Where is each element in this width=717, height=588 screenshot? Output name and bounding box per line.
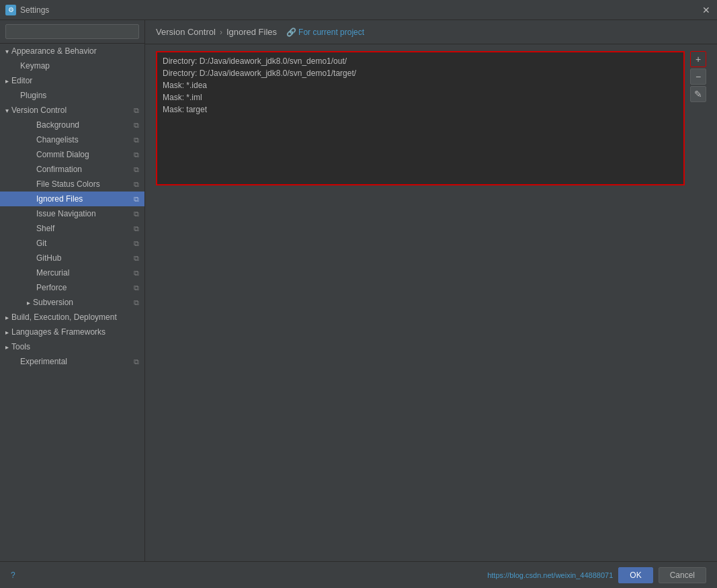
copy-icon-perforce[interactable]: ⧉ <box>134 284 139 292</box>
expand-arrow-appearance-behavior[interactable]: ▾ <box>5 48 9 55</box>
search-box <box>0 20 144 44</box>
sidebar-item-label-experimental: Experimental <box>20 357 67 366</box>
question-mark-icon: ? <box>11 571 15 580</box>
content-actions: + − ✎ <box>690 51 706 554</box>
main-layout: ▾Appearance & BehaviorKeymap▸EditorPlugi… <box>0 20 717 561</box>
copy-icon-background[interactable]: ⧉ <box>134 121 139 130</box>
expand-arrow-subversion[interactable]: ▸ <box>27 299 30 306</box>
ignored-file-item[interactable]: Directory: D:/Java/ideawork_jdk8.0/svn_d… <box>160 55 681 67</box>
sidebar-item-label-keymap: Keymap <box>20 61 50 71</box>
ignored-file-item[interactable]: Mask: *.idea <box>160 79 681 91</box>
sidebar-item-git[interactable]: Git⧉ <box>0 236 144 251</box>
sidebar-item-languages-frameworks[interactable]: ▸Languages & Frameworks <box>0 325 144 339</box>
window-title: Settings <box>20 5 701 15</box>
content-body: Directory: D:/Java/ideawork_jdk8.0/svn_d… <box>145 44 717 561</box>
cancel-button[interactable]: Cancel <box>659 567 706 583</box>
copy-icon-changelists[interactable]: ⧉ <box>134 136 139 144</box>
sidebar-item-github[interactable]: GitHub⧉ <box>0 251 144 265</box>
ignored-files-list[interactable]: Directory: D:/Java/ideawork_jdk8.0/svn_d… <box>156 51 685 185</box>
sidebar: ▾Appearance & BehaviorKeymap▸EditorPlugi… <box>0 20 145 561</box>
close-button[interactable]: ✕ <box>701 5 712 15</box>
sidebar-item-label-background: Background <box>36 120 79 130</box>
sidebar-item-ignored-files[interactable]: Ignored Files⧉ <box>0 192 144 206</box>
sidebar-item-label-shelf: Shelf <box>36 224 54 233</box>
sidebar-item-label-github: GitHub <box>36 253 61 263</box>
sidebar-item-label-subversion: Subversion <box>33 298 73 307</box>
sidebar-item-shelf[interactable]: Shelf⧉ <box>0 221 144 236</box>
sidebar-item-issue-navigation[interactable]: Issue Navigation⧉ <box>0 206 144 221</box>
sidebar-item-label-perforce: Perforce <box>36 283 67 292</box>
breadcrumb-parent: Version Control <box>156 27 216 37</box>
sidebar-item-mercurial[interactable]: Mercurial⧉ <box>0 265 144 280</box>
sidebar-item-label-ignored-files: Ignored Files <box>36 194 83 204</box>
footer: ? https://blog.csdn.net/weixin_44888071 … <box>0 561 717 588</box>
title-bar: ⚙ Settings ✕ <box>0 0 717 20</box>
sidebar-item-label-file-status-colors: File Status Colors <box>36 179 100 189</box>
sidebar-item-label-confirmation: Confirmation <box>36 165 82 174</box>
content-header: Version Control › Ignored Files 🔗For cur… <box>145 20 717 44</box>
for-current-project-link[interactable]: 🔗For current project <box>286 28 364 37</box>
sidebar-item-label-plugins: Plugins <box>20 91 46 100</box>
sidebar-item-label-build-execution-deployment: Build, Execution, Deployment <box>11 312 117 322</box>
sidebar-item-experimental[interactable]: Experimental⧉ <box>0 354 144 369</box>
sidebar-item-tools[interactable]: ▸Tools <box>0 339 144 354</box>
add-button[interactable]: + <box>690 51 706 67</box>
expand-arrow-tools[interactable]: ▸ <box>5 343 9 351</box>
copy-icon-shelf[interactable]: ⧉ <box>134 224 139 233</box>
sidebar-item-version-control[interactable]: ▾Version Control⧉ <box>0 103 144 118</box>
sidebar-item-label-issue-navigation: Issue Navigation <box>36 209 96 218</box>
edit-button[interactable]: ✎ <box>690 86 706 102</box>
sidebar-items-container: ▾Appearance & BehaviorKeymap▸EditorPlugi… <box>0 44 144 369</box>
copy-icon-version-control[interactable]: ⧉ <box>134 106 139 115</box>
expand-arrow-build-execution-deployment[interactable]: ▸ <box>5 314 9 321</box>
sidebar-item-background[interactable]: Background⧉ <box>0 118 144 132</box>
breadcrumb-current: Ignored Files <box>226 27 277 37</box>
app-icon: ⚙ <box>5 5 16 15</box>
copy-icon-issue-navigation[interactable]: ⧉ <box>134 210 139 218</box>
breadcrumb-arrow: › <box>220 28 222 37</box>
remove-button[interactable]: − <box>690 69 706 85</box>
sidebar-item-label-editor: Editor <box>11 76 32 85</box>
copy-icon-github[interactable]: ⧉ <box>134 254 139 263</box>
ignored-file-item[interactable]: Mask: target <box>160 103 681 116</box>
search-input[interactable] <box>5 24 139 39</box>
content-area: Version Control › Ignored Files 🔗For cur… <box>145 20 717 561</box>
expand-arrow-version-control[interactable]: ▾ <box>5 107 9 114</box>
sidebar-item-plugins[interactable]: Plugins <box>0 88 144 103</box>
expand-arrow-editor[interactable]: ▸ <box>5 77 9 85</box>
sidebar-item-label-commit-dialog: Commit Dialog <box>36 150 89 159</box>
sidebar-item-build-execution-deployment[interactable]: ▸Build, Execution, Deployment <box>0 310 144 325</box>
url-display: https://blog.csdn.net/weixin_44888071 <box>487 571 613 579</box>
ok-button[interactable]: OK <box>618 567 652 583</box>
ignored-file-item[interactable]: Directory: D:/Java/ideawork_jdk8.0/svn_d… <box>160 67 681 79</box>
sidebar-item-file-status-colors[interactable]: File Status Colors⧉ <box>0 177 144 192</box>
sidebar-item-label-tools: Tools <box>11 342 30 351</box>
copy-icon-git[interactable]: ⧉ <box>134 239 139 248</box>
copy-icon-ignored-files[interactable]: ⧉ <box>134 195 139 204</box>
sidebar-item-label-appearance-behavior: Appearance & Behavior <box>11 46 97 56</box>
sidebar-item-confirmation[interactable]: Confirmation⧉ <box>0 162 144 177</box>
sidebar-item-keymap[interactable]: Keymap <box>0 58 144 73</box>
sidebar-item-label-mercurial: Mercurial <box>36 268 69 278</box>
copy-icon-file-status-colors[interactable]: ⧉ <box>134 180 139 189</box>
expand-arrow-languages-frameworks[interactable]: ▸ <box>5 329 9 336</box>
link-icon: 🔗 <box>286 28 296 37</box>
copy-icon-confirmation[interactable]: ⧉ <box>134 165 139 174</box>
help-button[interactable]: ? <box>11 571 15 580</box>
sidebar-item-changelists[interactable]: Changelists⧉ <box>0 132 144 147</box>
sidebar-item-commit-dialog[interactable]: Commit Dialog⧉ <box>0 147 144 162</box>
copy-icon-mercurial[interactable]: ⧉ <box>134 269 139 278</box>
sidebar-item-label-git: Git <box>36 239 46 248</box>
ignored-file-item[interactable]: Mask: *.iml <box>160 91 681 103</box>
sidebar-item-perforce[interactable]: Perforce⧉ <box>0 280 144 295</box>
sidebar-item-label-changelists: Changelists <box>36 135 79 144</box>
sidebar-item-subversion[interactable]: ▸Subversion⧉ <box>0 295 144 310</box>
ignored-files-container: Directory: D:/Java/ideawork_jdk8.0/svn_d… <box>160 55 681 116</box>
copy-icon-subversion[interactable]: ⧉ <box>134 298 139 307</box>
sidebar-item-editor[interactable]: ▸Editor <box>0 73 144 88</box>
sidebar-item-label-version-control: Version Control <box>11 106 67 115</box>
sidebar-item-label-languages-frameworks: Languages & Frameworks <box>11 327 106 337</box>
copy-icon-commit-dialog[interactable]: ⧉ <box>134 151 139 159</box>
sidebar-item-appearance-behavior[interactable]: ▾Appearance & Behavior <box>0 44 144 58</box>
copy-icon-experimental[interactable]: ⧉ <box>134 358 139 366</box>
